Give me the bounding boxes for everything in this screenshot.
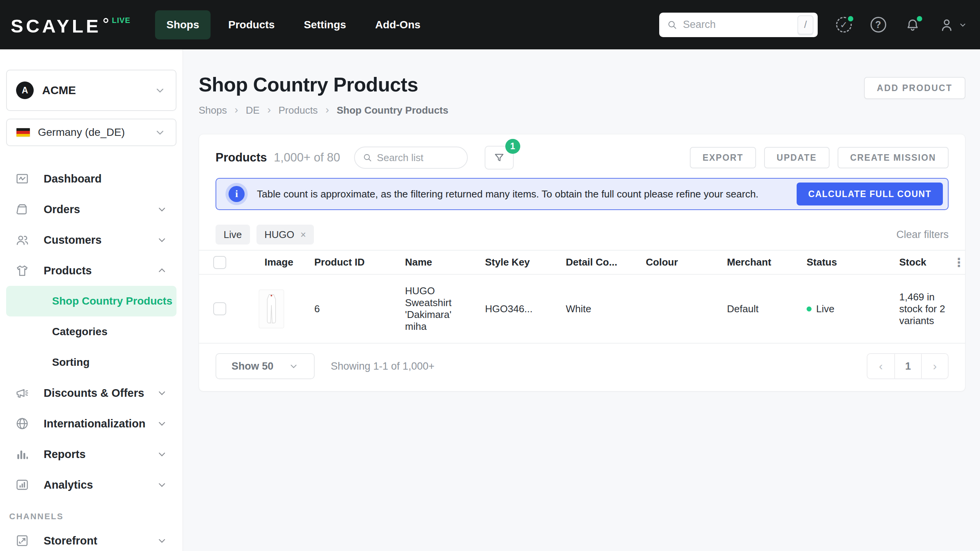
tenant-avatar: A	[16, 82, 34, 99]
breadcrumb-separator: ›	[235, 104, 238, 115]
table-row[interactable]: 6 HUGO Sweatshirt 'Dakimara' miha HGO346…	[199, 275, 965, 344]
storefront-icon	[15, 533, 30, 548]
locale-selector[interactable]: Germany (de_DE)	[6, 119, 176, 146]
col-status[interactable]: Status	[807, 256, 899, 268]
topbar: SCAYLE LIVE Shops Products Settings Add-…	[0, 0, 980, 49]
status-green-dot	[846, 15, 855, 23]
sidebar-item-orders[interactable]: Orders	[6, 194, 176, 225]
update-button[interactable]: UPDATE	[764, 147, 830, 168]
sidebar-item-internationalization[interactable]: Internationalization	[6, 408, 176, 439]
topnav-products[interactable]: Products	[217, 10, 286, 39]
topnav-shops[interactable]: Shops	[155, 10, 211, 39]
sidebar-item-categories[interactable]: Categories	[6, 316, 176, 347]
col-colour[interactable]: Colour	[646, 256, 727, 268]
customers-icon	[15, 232, 30, 248]
col-detail-colour[interactable]: Detail Co...	[566, 256, 646, 268]
list-search[interactable]	[354, 147, 468, 169]
sidebar-item-sorting[interactable]: Sorting	[6, 347, 176, 378]
sidebar-item-storefront[interactable]: Storefront	[6, 525, 176, 551]
user-menu[interactable]	[939, 17, 967, 33]
status-label: Live	[816, 303, 835, 315]
global-search[interactable]: /	[659, 13, 818, 37]
chevron-down-icon	[157, 479, 167, 490]
topnav-settings[interactable]: Settings	[292, 10, 358, 39]
sidebar-item-reports[interactable]: Reports	[6, 439, 176, 469]
system-status-icon[interactable]: ✓	[835, 16, 852, 33]
tenant-selector[interactable]: A ACME	[6, 70, 176, 111]
cell-merchant: Default	[727, 303, 807, 315]
search-icon	[363, 153, 372, 163]
scayle-admin-screen: SCAYLE LIVE Shops Products Settings Add-…	[0, 0, 980, 551]
col-name[interactable]: Name	[405, 256, 485, 268]
clear-filters-link[interactable]: Clear filters	[896, 229, 949, 241]
col-merchant[interactable]: Merchant	[727, 256, 807, 268]
table-footer: Show 50 Showing 1-1 of 1,000+ ‹ 1 ›	[216, 353, 949, 379]
filter-chip-hugo[interactable]: HUGO ×	[256, 225, 314, 245]
page-title: Shop Country Products	[199, 75, 448, 95]
chevron-down-icon	[157, 535, 167, 546]
env-badge: LIVE	[112, 16, 130, 25]
sidebar-menu: Dashboard Orders	[6, 163, 176, 551]
sidebar: A ACME Germany (de_DE)	[0, 49, 183, 551]
sidebar-item-dashboard[interactable]: Dashboard	[6, 163, 176, 194]
filter-chip-live[interactable]: Live	[216, 225, 250, 245]
cell-status: Live	[807, 303, 899, 315]
sidebar-item-discounts-offers[interactable]: Discounts & Offers	[6, 378, 176, 408]
global-search-input[interactable]	[683, 19, 797, 31]
analytics-icon	[15, 477, 30, 492]
orders-box-icon	[15, 202, 30, 217]
banner-text: Table count is approximate, as the filte…	[257, 188, 758, 200]
add-product-button[interactable]: ADD PRODUCT	[864, 77, 965, 99]
active-filters-row: Live HUGO × Clear filters	[216, 225, 949, 245]
col-product-id[interactable]: Product ID	[314, 256, 405, 268]
prev-page-button[interactable]: ‹	[867, 354, 894, 378]
cell-style-key: HGO346...	[485, 303, 566, 315]
breadcrumb-de[interactable]: DE	[246, 104, 260, 116]
notifications-green-dot	[915, 15, 924, 23]
help-icon[interactable]: ?	[870, 16, 887, 33]
current-page[interactable]: 1	[894, 354, 921, 378]
filter-count-badge: 1	[505, 139, 520, 154]
user-icon	[939, 17, 955, 33]
column-settings-kebab-icon[interactable]: ⋮	[953, 256, 965, 269]
row-checkbox[interactable]	[213, 302, 226, 315]
breadcrumb-separator: ›	[267, 104, 271, 115]
sidebar-item-shop-country-products[interactable]: Shop Country Products	[6, 286, 176, 316]
remove-chip-icon[interactable]: ×	[301, 229, 306, 240]
showing-label: Showing 1-1 of 1,000+	[331, 360, 434, 372]
topnav-addons[interactable]: Add-Ons	[364, 10, 432, 39]
col-style-key[interactable]: Style Key	[485, 256, 566, 268]
live-status-dot	[807, 306, 812, 311]
sidebar-item-customers[interactable]: Customers	[6, 225, 176, 255]
calculate-full-count-button[interactable]: CALCULATE FULL COUNT	[797, 183, 943, 205]
notifications-bell-icon[interactable]	[904, 16, 921, 33]
sidebar-item-products[interactable]: Products	[6, 255, 176, 286]
breadcrumb-shops[interactable]: Shops	[199, 104, 227, 116]
scayle-logo[interactable]: SCAYLE LIVE	[11, 14, 131, 36]
list-search-input[interactable]	[377, 152, 459, 164]
breadcrumb-products[interactable]: Products	[279, 104, 318, 116]
chevron-down-icon	[157, 388, 167, 398]
create-mission-button[interactable]: CREATE MISSION	[838, 147, 949, 168]
page-size-select[interactable]: Show 50	[216, 353, 315, 379]
chevron-down-icon	[157, 449, 167, 460]
bar-chart-icon	[15, 447, 30, 462]
cell-name: HUGO Sweatshirt 'Dakimara' miha	[405, 285, 485, 333]
table-count: 1,000+ of 80	[274, 151, 340, 165]
select-all-checkbox[interactable]	[213, 256, 226, 269]
megaphone-icon	[15, 385, 30, 401]
col-image[interactable]: Image	[265, 256, 314, 268]
top-navigation: Shops Products Settings Add-Ons	[155, 10, 432, 39]
main-content: Shop Country Products Shops › DE › Produ…	[183, 49, 980, 551]
next-page-button[interactable]: ›	[921, 354, 948, 378]
chevron-down-icon	[157, 235, 167, 245]
col-stock[interactable]: Stock	[899, 256, 955, 268]
breadcrumb: Shops › DE › Products › Shop Country Pro…	[199, 104, 448, 116]
filter-button[interactable]: 1	[485, 146, 514, 170]
sidebar-item-analytics[interactable]: Analytics	[6, 469, 176, 500]
pagination: ‹ 1 ›	[867, 353, 949, 379]
cell-product-id: 6	[314, 303, 405, 315]
products-table: Image Product ID Name Style Key Detail C…	[199, 250, 965, 344]
export-button[interactable]: EXPORT	[690, 147, 756, 168]
cell-detail-colour: White	[566, 303, 646, 315]
